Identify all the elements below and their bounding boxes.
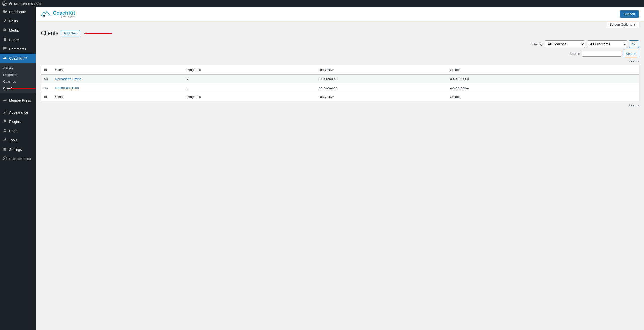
items-count-top: 2 items [41,59,639,63]
menu-label: Dashboard [9,10,26,14]
filter-by-label: Filter by [531,42,542,46]
annotation-arrow-addnew [84,32,112,35]
wp-logo[interactable] [2,1,7,6]
sidebar-item-dashboard[interactable]: Dashboard [0,7,36,16]
menu-label: Posts [9,19,18,23]
sidebar-item-appearance[interactable]: Appearance [0,107,36,112]
admin-toolbar: MemberPress Site [0,0,644,7]
add-new-button[interactable]: Add New [61,30,80,36]
cell-id: 50 [41,75,52,84]
go-button[interactable]: Go [629,40,639,48]
search-label: Search [570,52,580,56]
tf-client[interactable]: Client [52,92,184,101]
pin-icon [3,18,7,24]
clients-table: Id Client Programs Last Active Created 5… [41,65,639,101]
svg-text:m: m [43,15,44,17]
memberpress-icon [3,98,7,103]
th-created[interactable]: Created [447,65,639,75]
programs-select[interactable]: All Programs [587,40,627,48]
cell-client: Bernadette Payne [52,75,184,84]
menu-label: Appearance [9,110,28,113]
plugin-header: m CoachKit by memberpress Support [36,7,644,21]
tf-id[interactable]: Id [41,92,52,101]
search-input[interactable] [582,51,621,57]
screen-meta: Screen Options ▼ [36,21,644,27]
cell-id: 43 [41,83,52,92]
sidebar-item-coachkit[interactable]: CoachKit™ [0,54,36,63]
menu-label: CoachKit™ [9,56,27,60]
menu-label: Comments [9,47,26,51]
tf-programs[interactable]: Programs [184,92,315,101]
th-last-active[interactable]: Last Active [315,65,447,75]
appearance-icon [3,109,7,112]
client-link[interactable]: Bernadette Payne [55,77,82,81]
items-count-bottom: 2 items [41,103,639,107]
coachkit-logo: m CoachKit by memberpress [41,10,75,18]
th-id[interactable]: Id [41,65,52,75]
table-row: 50 Bernadette Payne 2 XX/XX/XXXX XX/XX/X… [41,75,639,84]
submenu-coaches[interactable]: Coaches [0,78,36,85]
cell-last-active: XX/XX/XXXX [315,83,447,92]
logo-text-kit: Kit [68,10,75,16]
site-link[interactable]: MemberPress Site [9,1,41,6]
sidebar-item-pages[interactable]: Pages [0,35,36,44]
submenu-activity[interactable]: Activity [0,64,36,71]
submenu-programs[interactable]: Programs [0,71,36,78]
menu-label: Media [9,28,19,32]
page-title: Clients [41,30,58,37]
cell-created: XX/XX/XXXX [447,83,639,92]
home-icon [9,1,13,6]
chevron-down-icon: ▼ [633,23,636,26]
annotation-arrow-sidebar [11,88,36,89]
coachkit-icon [3,56,7,61]
cell-client: Rebecca Ellison [52,83,184,92]
tf-last-active[interactable]: Last Active [315,92,447,101]
site-name: MemberPress Site [14,2,41,6]
comment-icon [3,46,7,52]
heading-row: Clients Add New [41,30,639,37]
th-client[interactable]: Client [52,65,184,75]
sidebar-item-memberpress[interactable]: MemberPress [0,96,36,105]
screen-options-toggle[interactable]: Screen Options ▼ [607,22,639,27]
logo-mountain-icon: m [41,10,51,18]
sidebar-item-comments[interactable]: Comments [0,44,36,54]
main-content: m CoachKit by memberpress Support Screen… [36,7,644,112]
cell-programs: 2 [184,75,315,84]
tf-created[interactable]: Created [447,92,639,101]
page-wrap: Clients Add New Filter by All Coaches Al… [36,27,644,112]
dashboard-icon [3,9,7,14]
search-button[interactable]: Search [623,50,639,57]
logo-text-coach: Coach [53,10,68,16]
client-link[interactable]: Rebecca Ellison [55,86,79,90]
admin-sidebar: Dashboard Posts Media Pages Comments Coa… [0,7,36,112]
support-button[interactable]: Support [620,10,639,18]
cell-created: XX/XX/XXXX [447,75,639,84]
search-row: Search Search [41,50,639,57]
page-icon [3,37,7,42]
table-row: 43 Rebecca Ellison 1 XX/XX/XXXX XX/XX/XX… [41,83,639,92]
th-programs[interactable]: Programs [184,65,315,75]
cell-programs: 1 [184,83,315,92]
coaches-select[interactable]: All Coaches [545,40,585,48]
sidebar-item-media[interactable]: Media [0,26,36,35]
menu-label: Pages [9,38,19,42]
sidebar-item-posts[interactable]: Posts [0,16,36,26]
submenu-coachkit: Activity Programs Coaches Clients [0,63,36,93]
menu-label: MemberPress [9,98,31,102]
filters-row: Filter by All Coaches All Programs Go [41,40,639,48]
submenu-clients[interactable]: Clients [0,85,36,92]
media-icon [3,28,7,33]
cell-last-active: XX/XX/XXXX [315,75,447,84]
